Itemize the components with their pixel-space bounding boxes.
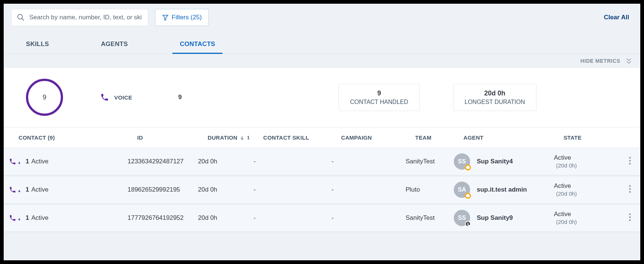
col-agent[interactable]: AGENT <box>463 134 564 141</box>
search-icon <box>17 13 25 22</box>
state-cell: Active(20d 0h) <box>554 154 621 169</box>
col-duration[interactable]: DURATION 1 <box>208 134 263 141</box>
svg-point-6 <box>629 163 631 165</box>
table-row[interactable]: 1 Active123363429248712720d 0h--SanityTe… <box>4 148 640 176</box>
svg-marker-2 <box>163 15 168 20</box>
contact-count: 1 <box>26 158 29 165</box>
search-input[interactable] <box>29 13 143 22</box>
metrics-ring: 9 <box>26 79 63 116</box>
phone-icon <box>100 93 109 102</box>
svg-point-0 <box>18 14 23 19</box>
metrics-panel: 9 VOICE 9 9 CONTACT HANDLED 20d 0h LONGE… <box>4 68 640 127</box>
campaign-cell: - <box>331 186 406 193</box>
row-menu-button[interactable] <box>629 185 631 195</box>
tab-agents[interactable]: AGENTS <box>93 35 135 54</box>
arrow-down-icon <box>17 161 21 165</box>
metric-label: LONGEST DURATION <box>465 99 525 105</box>
table-row[interactable]: 1 Active177792676419295220d 0h--SanityTe… <box>4 205 640 233</box>
col-contact[interactable]: CONTACT (9) <box>19 134 137 141</box>
search-input-wrapper[interactable] <box>11 9 148 26</box>
svg-point-12 <box>629 219 631 221</box>
id-cell: 1777926764192952 <box>128 214 198 222</box>
contact-status: Active <box>31 214 48 222</box>
status-badge <box>465 193 471 199</box>
arrow-down-icon <box>17 189 21 193</box>
skill-cell: - <box>254 158 331 165</box>
voice-label: VOICE <box>114 94 132 101</box>
voice-count: 9 <box>178 94 182 101</box>
status-badge <box>465 164 471 170</box>
state-cell: Active(20d 0h) <box>554 210 621 226</box>
avatar: SA <box>454 182 470 198</box>
col-campaign[interactable]: CAMPAIGN <box>341 134 415 141</box>
svg-point-8 <box>629 188 631 190</box>
metric-label: CONTACT HANDLED <box>350 99 408 105</box>
tab-contacts[interactable]: CONTACTS <box>172 35 223 54</box>
phone-icon <box>9 186 16 193</box>
skill-cell: - <box>254 186 331 193</box>
contact-status: Active <box>31 158 48 165</box>
agent-name: sup.it.test admin <box>477 186 527 193</box>
hide-metrics-toggle[interactable]: HIDE METRICS <box>4 54 640 68</box>
filters-button-label: Filters (25) <box>172 14 202 21</box>
phone-icon <box>9 214 16 222</box>
duration-cell: 20d 0h <box>198 158 254 165</box>
avatar: SS <box>454 210 470 226</box>
agent-name: Sup Sanity4 <box>477 158 513 165</box>
tab-skills[interactable]: SKILLS <box>19 35 56 54</box>
metric-card-longest-duration: 20d 0h LONGEST DURATION <box>453 84 536 111</box>
chevron-double-down-icon <box>625 57 633 65</box>
id-cell: 189626529992195 <box>128 186 198 193</box>
voice-metric: VOICE 9 <box>100 93 182 102</box>
contact-cell: 1 Active <box>9 158 128 165</box>
status-badge <box>465 221 471 227</box>
filters-button[interactable]: Filters (25) <box>155 9 209 26</box>
col-skill[interactable]: CONTACT SKILL <box>263 134 341 141</box>
agent-cell: SAsup.it.test admin <box>454 182 554 198</box>
agent-cell: SSSup Sanity4 <box>454 153 554 170</box>
duration-cell: 20d 0h <box>198 214 254 222</box>
campaign-cell: - <box>331 214 406 222</box>
col-state[interactable]: STATE <box>564 134 630 141</box>
metric-value: 9 <box>350 89 408 97</box>
row-menu-button[interactable] <box>629 157 631 166</box>
svg-point-4 <box>629 157 631 159</box>
arrow-down-icon <box>240 135 245 140</box>
duration-cell: 20d 0h <box>198 186 254 193</box>
avatar: SS <box>454 153 470 170</box>
filter-bar: Filters (25) Clear All <box>4 4 640 33</box>
agent-name: Sup Sanity9 <box>477 214 513 222</box>
clear-all-link[interactable]: Clear All <box>604 14 633 21</box>
svg-point-11 <box>629 216 631 218</box>
svg-point-10 <box>629 214 631 215</box>
contact-count: 1 <box>26 214 29 222</box>
table-header: CONTACT (9) ID DURATION 1 CONTACT SKILL … <box>4 127 640 148</box>
metric-value: 20d 0h <box>465 89 525 97</box>
col-id[interactable]: ID <box>137 134 208 141</box>
row-menu-button[interactable] <box>629 213 631 223</box>
phone-icon <box>9 158 16 165</box>
skill-cell: - <box>254 214 331 222</box>
state-cell: Active(20d 0h) <box>554 182 621 198</box>
hide-metrics-label: HIDE METRICS <box>580 58 620 64</box>
agent-cell: SSSup Sanity9 <box>454 210 554 226</box>
tab-bar: SKILLS AGENTS CONTACTS <box>4 33 640 54</box>
team-cell: SanityTest <box>406 214 454 222</box>
arrow-down-icon <box>17 218 21 221</box>
contact-cell: 1 Active <box>9 214 128 222</box>
contact-cell: 1 Active <box>9 186 128 193</box>
campaign-cell: - <box>331 158 406 165</box>
contact-count: 1 <box>26 186 29 193</box>
svg-point-9 <box>629 191 631 193</box>
team-cell: SanityTest <box>406 158 454 165</box>
team-cell: Pluto <box>406 186 454 193</box>
col-team[interactable]: TEAM <box>415 134 463 141</box>
table-row[interactable]: 1 Active18962652999219520d 0h--PlutoSAsu… <box>4 176 640 205</box>
contact-status: Active <box>31 186 48 193</box>
svg-point-5 <box>629 160 631 162</box>
svg-line-1 <box>22 19 24 21</box>
filter-icon <box>162 14 169 21</box>
metric-card-contact-handled: 9 CONTACT HANDLED <box>338 84 420 111</box>
svg-point-7 <box>629 185 631 187</box>
id-cell: 1233634292487127 <box>128 158 198 165</box>
